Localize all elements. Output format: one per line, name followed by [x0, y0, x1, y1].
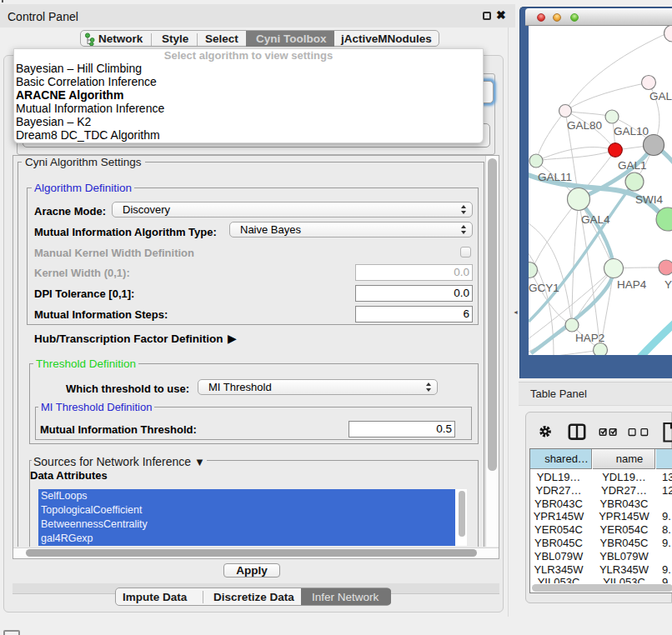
svg-text:GCY1: GCY1 [529, 282, 559, 294]
svg-text:HAP2: HAP2 [575, 332, 604, 344]
svg-text:HAP4: HAP4 [617, 278, 647, 291]
svg-text:GAL80: GAL80 [567, 119, 602, 132]
svg-text:Y: Y [664, 278, 672, 291]
svg-text:GAL: GAL [649, 90, 672, 102]
svg-text:SWI4: SWI4 [635, 193, 663, 206]
svg-text:GAL4: GAL4 [581, 213, 610, 226]
svg-text:GAL11: GAL11 [538, 171, 572, 183]
svg-text:GAL10: GAL10 [614, 125, 649, 138]
svg-text:GAL1: GAL1 [618, 159, 647, 172]
